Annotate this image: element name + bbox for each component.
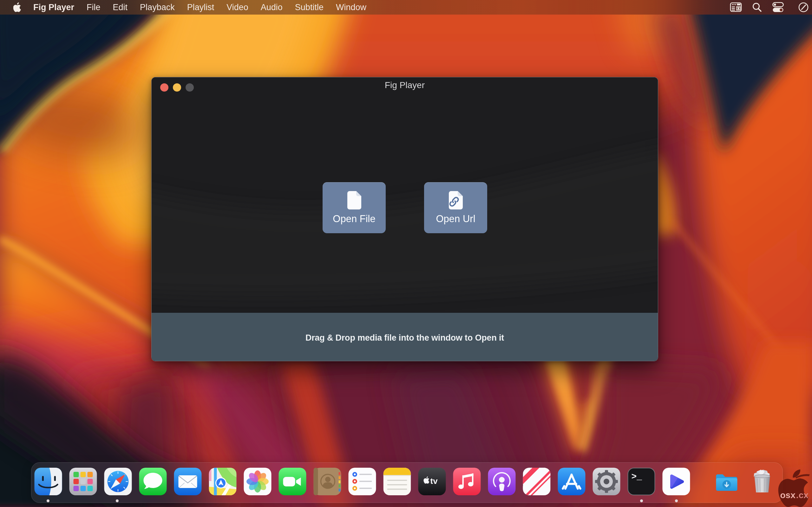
svg-text:.cx: .cx [796,490,809,500]
svg-text:osx: osx [780,490,796,500]
svg-text:tv: tv [430,476,438,486]
svg-text:>_: >_ [631,472,642,482]
